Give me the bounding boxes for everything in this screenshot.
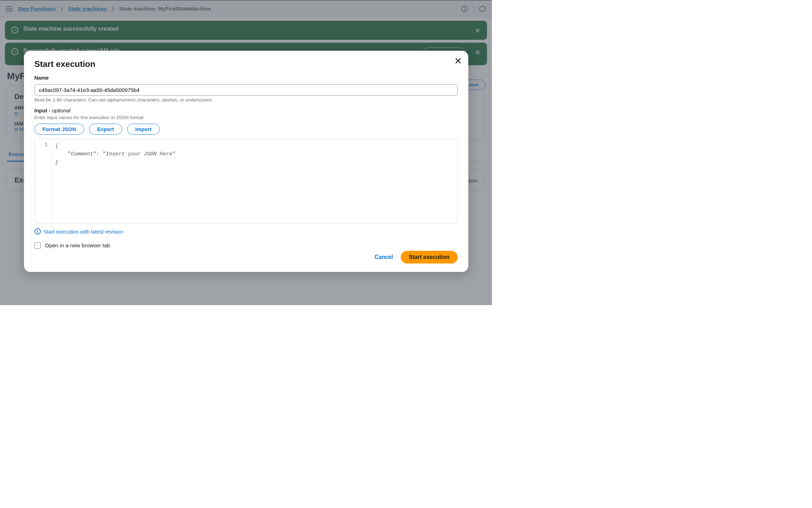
input-label: Input - optional <box>35 107 458 113</box>
name-label: Name <box>35 75 458 81</box>
open-new-tab-row: Open in a new browser tab <box>35 242 458 249</box>
export-button[interactable]: Export <box>89 124 122 135</box>
start-with-latest-revision-link[interactable]: Start execution with latest revision <box>44 229 124 235</box>
editor-button-row: Format JSON Export Import <box>35 124 458 135</box>
json-editor[interactable]: 1 { "Comment": "Insert your JSON here" } <box>35 139 458 223</box>
close-icon[interactable]: ✕ <box>454 56 462 66</box>
editor-content[interactable]: { "Comment": "Insert your JSON here" } <box>52 139 457 223</box>
name-hint: Must be 1-80 characters. Can use alphanu… <box>35 97 458 103</box>
info-icon: i <box>35 228 41 235</box>
format-json-button[interactable]: Format JSON <box>35 124 85 135</box>
modal-footer: Cancel Start execution <box>35 251 458 264</box>
start-execution-modal: Start execution ✕ Name Must be 1-80 char… <box>24 51 468 272</box>
import-button[interactable]: Import <box>127 124 160 135</box>
modal-overlay[interactable]: Start execution ✕ Name Must be 1-80 char… <box>0 0 492 305</box>
cancel-button[interactable]: Cancel <box>374 254 393 260</box>
editor-gutter: 1 <box>35 139 52 223</box>
revision-info-row: i Start execution with latest revision <box>35 228 458 235</box>
modal-title: Start execution <box>35 59 458 69</box>
execution-name-input[interactable] <box>35 84 458 96</box>
start-execution-submit-button[interactable]: Start execution <box>401 251 458 264</box>
open-new-tab-checkbox[interactable] <box>35 242 41 249</box>
open-new-tab-label: Open in a new browser tab <box>45 242 110 249</box>
input-hint: Enter input values for this execution in… <box>35 115 458 120</box>
